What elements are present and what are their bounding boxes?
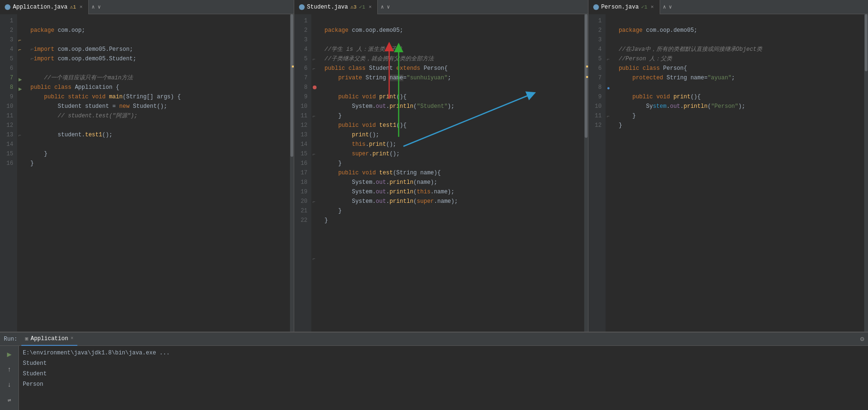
fold-14: ⌐: [19, 133, 21, 138]
panel2-tabs: Student.java ⚠3 ✓1 × ∧ ∨: [294, 0, 588, 14]
console-icon: ▣: [25, 335, 28, 342]
panel2-scrollbar[interactable]: [584, 14, 588, 332]
warning-mark: [292, 66, 294, 67]
tab-application-java[interactable]: Application.java ⚠1 ×: [0, 0, 89, 14]
fold-16: ⌐: [313, 152, 316, 157]
fold-5-p3: ⌐: [607, 57, 610, 62]
line-num: 15: [2, 149, 13, 159]
tab1-warning: ⚠1: [70, 4, 76, 10]
panel1-nav: ∧ ∨: [89, 3, 103, 11]
line-num: 10: [2, 102, 13, 111]
editor-panel-2: Student.java ⚠3 ✓1 × ∧ ∨ 1 2 3 4 5 6: [294, 0, 588, 332]
tab3-close[interactable]: ×: [650, 4, 655, 10]
tab1-filename: Application.java: [13, 4, 67, 10]
panel3-nav: ∧ ∨: [660, 3, 675, 11]
nav-down-2[interactable]: ∨: [386, 3, 391, 11]
line-num: 4: [2, 45, 13, 54]
line-num: 13: [2, 130, 13, 140]
nav-down-1[interactable]: ∨: [97, 3, 102, 11]
scrollbar-thumb[interactable]: [290, 14, 293, 157]
output-line-1: Student: [23, 358, 47, 369]
scroll-down-button[interactable]: ↓: [4, 379, 15, 391]
panel3-scrollbar[interactable]: [864, 14, 868, 332]
settings-icon[interactable]: ⚙: [860, 335, 864, 343]
line-num: 7: [2, 73, 13, 83]
scrollbar-thumb-3[interactable]: [865, 14, 868, 71]
panel3-code-area: 1 2 3 4 5 6 7 8 9 10 11 12 ⌐ ● ⌐: [588, 14, 868, 332]
bottom-sidebar: ▶ ↑ ↓ ⇌: [0, 346, 19, 410]
line-num: 16: [2, 159, 13, 168]
panel1-code-content[interactable]: package com.oop; ⌐import com.oop.demo05.…: [27, 14, 290, 332]
editor-area: Application.java ⚠1 × ∧ ∨ 1 2 3 4 5 6 7: [0, 0, 868, 332]
run-button[interactable]: ▶: [4, 349, 15, 360]
console-output-3: Person: [23, 379, 864, 390]
tab2-close[interactable]: ×: [368, 4, 373, 10]
scroll-up-button[interactable]: ↑: [4, 364, 15, 375]
bottom-content: ▶ ↑ ↓ ⇌ E:\environment\java\jdk1.8\bin\j…: [0, 346, 868, 410]
fold-21: ⌐: [313, 257, 316, 262]
tab-person-java[interactable]: Person.java ✓1 ×: [588, 0, 660, 14]
console-output: E:\environment\java\jdk1.8\bin\java.exe …: [19, 346, 868, 410]
bottom-panel: Run: ▣ Application × ⚙ ▶ ↑ ↓ ⇌ E:\enviro…: [0, 332, 868, 410]
fold-20: ⌐: [313, 200, 316, 205]
nav-down-3[interactable]: ∨: [668, 3, 673, 11]
line-num: 8: [2, 83, 13, 92]
panel2-nav: ∧ ∨: [378, 3, 392, 11]
tab3-filename: Person.java: [601, 4, 639, 10]
bottom-tab-name: Application: [30, 335, 68, 342]
tab1-close[interactable]: ×: [78, 4, 84, 10]
panel2-code-content[interactable]: package com.oop.demo05; //学生 is 人：派生类、子类…: [321, 14, 584, 332]
bottom-tabs-bar: Run: ▣ Application × ⚙: [0, 333, 868, 346]
bottom-tab-close[interactable]: ×: [71, 336, 74, 341]
fold-6: ⌐: [313, 67, 316, 72]
console-output-1: Student: [23, 358, 864, 369]
editors-container: Application.java ⚠1 × ∧ ∨ 1 2 3 4 5 6 7: [0, 0, 868, 332]
line-num: 9: [2, 92, 13, 102]
line-num: 5: [2, 54, 13, 64]
panel1-tabs: Application.java ⚠1 × ∧ ∨: [0, 0, 294, 14]
warning-mark-3: [586, 76, 588, 78]
run-gutter-7[interactable]: ▶: [19, 76, 22, 83]
line-num: 2: [2, 26, 13, 35]
fold-11: ⌐: [313, 114, 316, 119]
java-icon-3: [593, 4, 599, 10]
nav-up-1[interactable]: ∧: [91, 3, 96, 11]
editor-panel-1: Application.java ⚠1 × ∧ ∨ 1 2 3 4 5 6 7: [0, 0, 294, 332]
nav-up-3[interactable]: ∧: [662, 3, 667, 11]
run-label: Run:: [4, 336, 18, 343]
panel1-code-area: 1 2 3 4 5 6 7 8 9 10 11 12 13 14 15 16: [0, 14, 294, 332]
line-num: 11: [2, 111, 13, 121]
console-path: E:\environment\java\jdk1.8\bin\java.exe …: [23, 348, 170, 358]
tab-student-java[interactable]: Student.java ⚠3 ✓1 ×: [294, 0, 378, 14]
line-num: 12: [2, 121, 13, 130]
panel3-tabs: Person.java ✓1 × ∧ ∨: [588, 0, 868, 14]
panel2-line-numbers: 1 2 3 4 5 6 7 8 9 10 11 12 13 14 15 16 1: [294, 14, 311, 332]
panel3-code-content[interactable]: package com.oop.demo05; //在Java中，所有的类都默认…: [615, 14, 864, 332]
wrap-button[interactable]: ⇌: [4, 394, 15, 406]
warning-mark-2: [586, 66, 588, 67]
tab2-warning: ⚠3: [350, 4, 356, 10]
nav-up-2[interactable]: ∧: [380, 3, 385, 11]
line-num: 14: [2, 140, 13, 149]
console-output-2: Student: [23, 369, 864, 379]
breakpoint-8[interactable]: [313, 86, 317, 89]
line-num: 3: [2, 35, 13, 45]
fold-5: ⌐: [313, 57, 316, 62]
fold-3: ⌐: [19, 38, 21, 43]
output-line-3: Person: [23, 379, 43, 390]
fold-8-p3: ⌐: [607, 114, 610, 119]
console-path-line: E:\environment\java\jdk1.8\bin\java.exe …: [23, 348, 864, 358]
java-icon-1: [5, 4, 10, 10]
breakpoint-8-p3[interactable]: ●: [607, 86, 610, 91]
output-line-2: Student: [23, 369, 47, 379]
panel2-code-area: 1 2 3 4 5 6 7 8 9 10 11 12 13 14 15 16 1: [294, 14, 588, 332]
bottom-tab-application[interactable]: ▣ Application ×: [21, 333, 77, 346]
panel1-scrollbar[interactable]: [290, 14, 294, 332]
editor-panel-3: Person.java ✓1 × ∧ ∨ 1 2 3 4 5 6 7: [588, 0, 868, 332]
panel3-line-numbers: 1 2 3 4 5 6 7 8 9 10 11 12: [588, 14, 606, 332]
tab2-checkmark: ✓1: [359, 4, 365, 10]
run-gutter-8[interactable]: ▶: [19, 86, 22, 93]
line-num: 6: [2, 64, 13, 73]
tab2-filename: Student.java: [307, 4, 348, 10]
fold-4: ⌐: [19, 48, 21, 53]
